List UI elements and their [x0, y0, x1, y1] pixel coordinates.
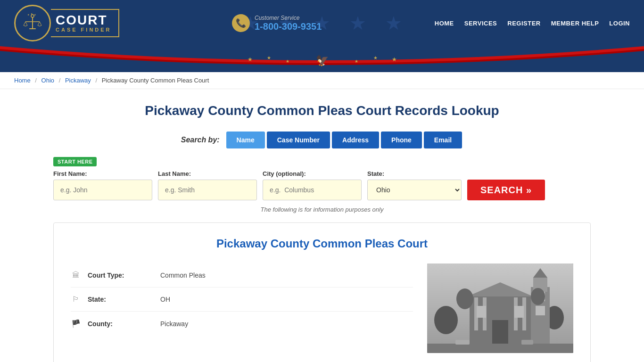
nav-member-help[interactable]: MEMBER HELP [551, 20, 599, 27]
court-image [427, 263, 573, 353]
search-button[interactable]: SEARCH » [467, 180, 545, 200]
search-by-row: Search by: Name Case Number Address Phon… [53, 132, 591, 148]
logo-svg: ★ ★ ★ [21, 11, 44, 35]
logo-text-block: COURT CASE FINDER [51, 9, 119, 37]
first-name-group: First Name: [53, 170, 152, 200]
svg-text:★: ★ [267, 55, 271, 60]
court-type-value: Common Pleas [160, 272, 206, 279]
tab-address[interactable]: Address [332, 132, 379, 148]
court-image-placeholder [427, 263, 573, 353]
breadcrumb-home[interactable]: Home [14, 77, 31, 84]
main-content: Pickaway County Common Pleas Court Recor… [44, 89, 600, 362]
logo-circle: ★ ★ ★ [14, 5, 51, 41]
tab-phone[interactable]: Phone [381, 132, 422, 148]
svg-rect-23 [492, 320, 508, 344]
last-name-group: Last Name: [158, 170, 257, 200]
flag-icon: 🏳 [71, 295, 81, 304]
nav-services[interactable]: SERVICES [464, 20, 497, 27]
phone-number: 1-800-309-9351 [255, 21, 322, 32]
court-building-svg [427, 263, 573, 353]
court-info-content: 🏛 Court Type: Common Pleas 🏳 State: OH 🏴… [71, 263, 573, 353]
county-label: County: [88, 320, 154, 328]
svg-text:🦅: 🦅 [316, 54, 329, 67]
state-select[interactable]: AlabamaAlaskaArizonaArkansasCaliforniaCo… [367, 180, 462, 200]
last-name-input[interactable] [158, 180, 257, 200]
tab-name[interactable]: Name [226, 132, 265, 148]
svg-rect-30 [536, 306, 545, 315]
first-name-label: First Name: [53, 170, 152, 177]
svg-text:★: ★ [286, 59, 289, 64]
phone-icon: 📞 [232, 14, 250, 32]
search-by-label: Search by: [181, 136, 220, 144]
svg-text:★: ★ [248, 56, 253, 63]
start-here-badge: START HERE [53, 157, 97, 166]
nav-login[interactable]: LOGIN [609, 20, 630, 27]
bg-star-4: ★ [349, 12, 366, 34]
svg-text:★: ★ [27, 13, 30, 16]
ribbon-area: 🦅 ★ ★ ★ ★ ★ ★ [0, 46, 644, 72]
city-input[interactable] [263, 180, 362, 200]
svg-point-34 [456, 288, 473, 309]
svg-text:★: ★ [373, 55, 378, 60]
breadcrumb-current: Pickaway County Common Pleas Court [102, 77, 209, 84]
last-name-label: Last Name: [158, 170, 257, 177]
tab-case-number[interactable]: Case Number [267, 132, 330, 148]
county-row: 🏴 County: Pickaway [71, 312, 413, 336]
svg-rect-6 [29, 28, 36, 29]
phone-area: 📞 Customer Service 1-800-309-9351 [232, 14, 322, 32]
county-value: Pickaway [160, 320, 188, 328]
breadcrumb-sep-3: / [95, 77, 97, 84]
svg-rect-32 [455, 340, 470, 345]
svg-rect-3 [32, 17, 33, 28]
court-info-title: Pickaway County Common Pleas Court [71, 237, 573, 250]
court-info-details: 🏛 Court Type: Common Pleas 🏳 State: OH 🏴… [71, 263, 413, 353]
svg-rect-31 [427, 344, 573, 353]
customer-service-label: Customer Service [255, 15, 322, 21]
svg-text:★: ★ [34, 13, 36, 16]
svg-rect-33 [521, 340, 533, 345]
nav-home[interactable]: HOME [435, 20, 454, 27]
city-label: City (optional): [263, 170, 362, 177]
city-group: City (optional): [263, 170, 362, 200]
breadcrumb-sep-1: / [35, 77, 37, 84]
state-label: State: [367, 170, 462, 177]
svg-text:★: ★ [355, 59, 358, 64]
breadcrumb-sep-2: / [59, 77, 61, 84]
state-detail-label: State: [88, 296, 154, 303]
tab-email[interactable]: Email [424, 132, 462, 148]
court-info-box: Pickaway County Common Pleas Court 🏛 Cou… [53, 222, 591, 362]
breadcrumb-pickaway[interactable]: Pickaway [65, 77, 91, 84]
location-icon: 🏴 [71, 319, 81, 328]
svg-point-15 [434, 306, 458, 334]
site-header: ★ ★ ★ ★ ★ ★ ★ ★ COURT [0, 0, 644, 46]
svg-point-35 [531, 288, 545, 305]
state-detail-value: OH [160, 296, 170, 303]
breadcrumb-ohio[interactable]: Ohio [41, 77, 54, 84]
courthouse-icon: 🏛 [71, 271, 81, 280]
court-type-label: Court Type: [88, 272, 154, 279]
search-form: First Name: Last Name: City (optional): … [53, 170, 591, 200]
first-name-input[interactable] [53, 180, 152, 200]
logo-court-label: COURT [56, 14, 107, 27]
logo-area: ★ ★ ★ COURT CASE FINDER [14, 5, 119, 41]
state-row: 🏳 State: OH [71, 288, 413, 312]
svg-text:★: ★ [392, 56, 397, 63]
court-type-row: 🏛 Court Type: Common Pleas [71, 263, 413, 288]
svg-rect-25 [514, 306, 524, 318]
info-note: The following is for information purpose… [53, 206, 591, 213]
page-title: Pickaway County Common Pleas Court Recor… [53, 103, 591, 118]
main-nav: HOME SERVICES REGISTER MEMBER HELP LOGIN [435, 20, 630, 27]
bg-star-5: ★ [385, 12, 402, 34]
svg-rect-24 [477, 306, 486, 318]
ribbon-svg: 🦅 ★ ★ ★ ★ ★ ★ [0, 46, 644, 72]
state-group: State: AlabamaAlaskaArizonaArkansasCalif… [367, 170, 462, 200]
nav-register[interactable]: REGISTER [507, 20, 540, 27]
breadcrumb: Home / Ohio / Pickaway / Pickaway County… [0, 72, 644, 89]
logo-case-finder-label: CASE FINDER [56, 27, 112, 33]
phone-text: Customer Service 1-800-309-9351 [255, 15, 322, 32]
